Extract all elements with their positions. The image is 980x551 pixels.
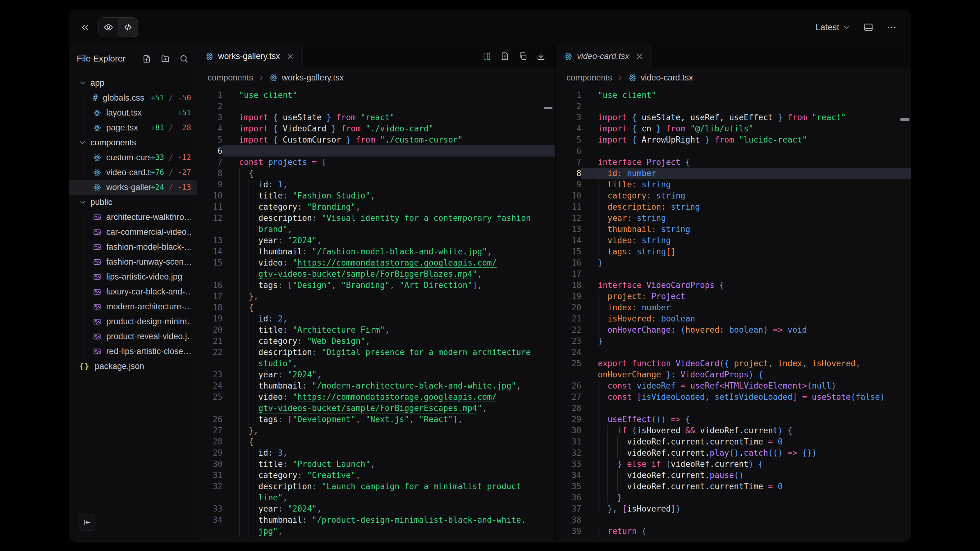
code-line-content[interactable]: return ( xyxy=(581,526,911,537)
code-line-content[interactable]: }, xyxy=(223,291,555,302)
code-line-content[interactable]: onHoverChange: (hovered: boolean) => voi… xyxy=(581,324,911,335)
tree-file-product-reveal-video.j[interactable]: product-reveal-video.j… xyxy=(69,329,197,344)
breadcrumb-folder[interactable]: components xyxy=(208,73,253,83)
code-line-content[interactable]: tags: string[] xyxy=(581,246,911,257)
code-line-content[interactable] xyxy=(223,101,555,112)
more-options-button[interactable] xyxy=(886,22,897,33)
close-tab-icon[interactable] xyxy=(635,52,643,60)
scrollbar-thumb[interactable] xyxy=(544,107,552,110)
code-line-content[interactable]: videoRef.current.currentTime = 0 xyxy=(581,436,911,447)
code-line-content[interactable]: { xyxy=(223,302,555,313)
code-line-content[interactable]: category: "Creative", xyxy=(223,470,555,481)
scrollbar-thumb[interactable] xyxy=(900,118,910,121)
code-line-content[interactable]: import { CustomCursor } from "./custom-c… xyxy=(223,134,555,145)
code-line-content[interactable]: } xyxy=(581,257,911,268)
code-line-content[interactable]: year: "2024", xyxy=(223,503,555,514)
code-line-content[interactable]: thumbnail: "/fashion-model-black-and-whi… xyxy=(223,246,555,257)
code-line-content[interactable]: import { useState, useRef, useEffect } f… xyxy=(581,112,911,123)
search-button[interactable] xyxy=(179,54,189,64)
new-folder-button[interactable] xyxy=(161,54,170,64)
code-line-content[interactable]: } xyxy=(581,492,911,503)
code-line-content[interactable]: videoRef.current.pause() xyxy=(581,470,911,481)
code-line-content[interactable]: id: 2, xyxy=(223,313,555,324)
code-line-content[interactable]: category: "Branding", xyxy=(223,201,555,213)
code-line-content[interactable]: import { VideoCard } from "./video-card" xyxy=(223,123,555,134)
file-diff-button[interactable] xyxy=(500,52,509,61)
split-view-button[interactable] xyxy=(482,52,492,61)
collapse-sidebar-button[interactable] xyxy=(80,22,91,33)
new-file-button[interactable] xyxy=(142,54,151,64)
code-line-content[interactable]: description: "Digital presence for a mod… xyxy=(223,347,555,358)
code-line-content[interactable] xyxy=(581,268,911,279)
code-line-content[interactable]: title: string xyxy=(581,179,911,190)
code-line-content[interactable]: studio", xyxy=(223,358,555,369)
code-line-content[interactable]: thumbnail: string xyxy=(581,224,911,235)
breadcrumb-file[interactable]: video-card.tsx xyxy=(628,73,693,83)
code-line-content[interactable]: import { ArrowUpRight } from "lucide-rea… xyxy=(581,134,911,145)
code-line-content[interactable]: title: "Architecture Firm", xyxy=(223,324,555,335)
tree-file-modern-architecture-[interactable]: modern-architecture-… xyxy=(69,299,197,314)
code-line-content[interactable]: id: 3, xyxy=(223,447,555,459)
code-line-content[interactable]: import { cn } from "@/lib/utils" xyxy=(581,123,911,134)
code-line-content[interactable]: videoRef.current.currentTime = 0 xyxy=(581,481,911,492)
code-line-content[interactable]: tags: ["Design", "Branding", "Art Direct… xyxy=(223,279,555,291)
code-line-content[interactable] xyxy=(581,347,911,358)
code-line-content[interactable]: video: "https://commondatastorage.google… xyxy=(223,391,555,403)
tab-video-card.tsx[interactable]: video-card.tsx xyxy=(556,44,652,68)
code-line-content[interactable]: "use client" xyxy=(581,89,911,101)
tree-folder-public[interactable]: public xyxy=(69,195,197,210)
tree-file-red-lips-artistic-close[interactable]: red-lips-artistic-close… xyxy=(69,344,197,359)
code-line-content[interactable]: }, xyxy=(223,425,555,436)
tree-file-custom-curs[interactable]: custom-curs…+33 / -12 xyxy=(69,150,197,165)
code-line-content[interactable]: video: "https://commondatastorage.google… xyxy=(223,257,555,268)
code-line-content[interactable]: thumbnail: "/modern-architecture-black-a… xyxy=(223,380,555,391)
code-line-content[interactable]: jpg", xyxy=(223,526,555,537)
download-button[interactable] xyxy=(536,52,546,61)
code-line-content[interactable]: year: string xyxy=(581,213,911,224)
bottom-panel-button[interactable] xyxy=(864,22,873,32)
code-line-content[interactable]: description: "Launch campaign for a mini… xyxy=(223,481,555,492)
code-line-content[interactable]: videoRef.current.play().catch(() => {}) xyxy=(581,447,911,459)
tree-file-layout.tsx[interactable]: layout.tsx+51 xyxy=(69,105,197,120)
code-editor[interactable]: 1"use client"23import { useState, useRef… xyxy=(556,87,911,541)
code-line-content[interactable]: id: 1, xyxy=(223,179,555,190)
code-line-content[interactable]: }, [isHovered]) xyxy=(581,503,911,514)
code-line-content[interactable]: title: "Fashion Studio", xyxy=(223,190,555,201)
tree-file-works-galler[interactable]: works-galler…+24 / -13 xyxy=(69,180,197,195)
code-line-content[interactable]: const [isVideoLoaded, setIsVideoLoaded] … xyxy=(581,391,911,403)
code-line-content[interactable]: const videoRef = useRef<HTMLVideoElement… xyxy=(581,380,911,391)
code-line-content[interactable]: useEffect(() => { xyxy=(581,414,911,425)
tree-file-architecture-walkthro[interactable]: architecture-walkthro… xyxy=(69,210,197,225)
code-line-content[interactable]: { xyxy=(223,168,555,179)
code-line-content[interactable]: brand", xyxy=(223,224,555,235)
tree-folder-components[interactable]: components xyxy=(69,135,197,150)
code-line-content[interactable] xyxy=(581,514,911,526)
close-tab-icon[interactable] xyxy=(286,52,294,60)
tree-file-globals.css[interactable]: #globals.css+51 / -50 xyxy=(69,91,197,105)
code-line-content[interactable]: if (isHovered && videoRef.current) { xyxy=(581,425,911,436)
code-line-content[interactable]: year: "2024", xyxy=(223,369,555,380)
tree-file-page.tsx[interactable]: page.tsx+81 / -28 xyxy=(69,120,197,135)
code-line-content[interactable]: gtv-videos-bucket/sample/ForBiggerBlazes… xyxy=(223,268,555,279)
code-line-content[interactable]: description: "Visual identity for a cont… xyxy=(223,213,555,224)
tree-file-fashion-runway-scen[interactable]: fashion-runway-scen… xyxy=(69,254,197,269)
code-line-content[interactable]: year: "2024", xyxy=(223,235,555,246)
code-line-content[interactable]: thumbnail: "/product-design-minimalist-b… xyxy=(223,514,555,526)
code-line-content[interactable]: index: number xyxy=(581,302,911,313)
copy-button[interactable] xyxy=(518,52,528,61)
code-line-content[interactable]: interface VideoCardProps { xyxy=(581,279,911,291)
code-line-content[interactable]: id: number xyxy=(581,168,911,179)
code-line-content[interactable] xyxy=(581,145,911,157)
tree-file-lips-artistic-video.jpg[interactable]: lips-artistic-video.jpg xyxy=(69,269,197,284)
code-line-content[interactable]: onHoverChange }: VideoCardProps) { xyxy=(581,369,911,380)
code-line-content[interactable]: isHovered: boolean xyxy=(581,313,911,324)
code-line-content[interactable]: import { useState } from "react" xyxy=(223,112,555,123)
tree-folder-app[interactable]: app xyxy=(69,75,197,91)
tree-file-product-design-minim[interactable]: product-design-minim… xyxy=(69,314,197,329)
code-line-content[interactable]: title: "Product Launch", xyxy=(223,459,555,470)
tree-file-package.json[interactable]: {}package.json xyxy=(69,359,197,374)
code-line-content[interactable]: description: string xyxy=(581,201,911,213)
code-line-content[interactable] xyxy=(581,403,911,414)
tab-works-gallery.tsx[interactable]: works-gallery.tsx xyxy=(197,44,303,68)
code-line-content[interactable]: "use client" xyxy=(223,89,555,101)
